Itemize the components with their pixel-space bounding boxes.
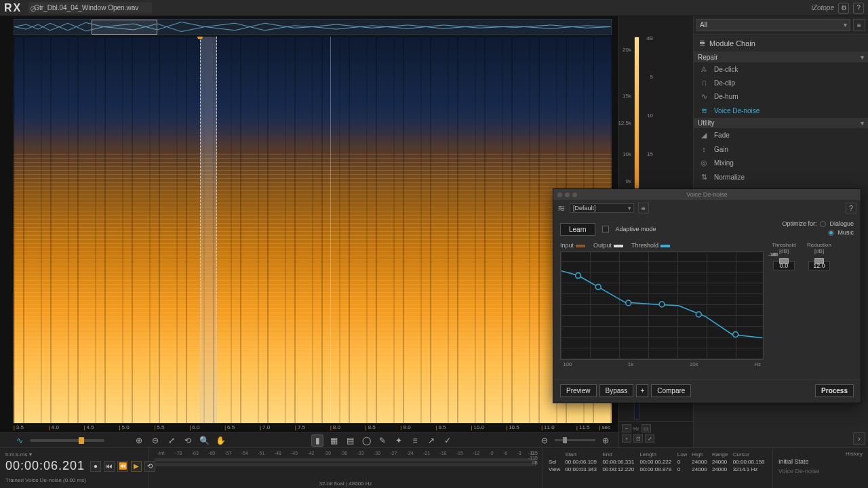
preview-button[interactable]: Preview xyxy=(560,384,597,397)
app-logo: RX xyxy=(4,2,22,14)
tf-select-tool-icon[interactable]: ▦ xyxy=(328,434,340,447)
module-item-de-hum[interactable]: ∿De-hum xyxy=(694,89,868,104)
zoom-out-icon[interactable]: ⊖ xyxy=(149,434,161,447)
peak-value-2: -115 xyxy=(528,455,538,460)
time-ruler: 3.54.04.55.05.56.06.57.07.58.08.59.09.51… xyxy=(14,423,612,432)
window-title: Voice De-noise xyxy=(686,191,728,198)
time-format-dropdown[interactable]: h:m:s.ms ▾ xyxy=(5,451,143,458)
history-item[interactable]: Initial State xyxy=(778,457,863,466)
overview-waveform[interactable] xyxy=(14,19,612,35)
status-message: Trained Voice De-noise (0.00 ms) xyxy=(5,477,143,483)
view-blend-slider[interactable] xyxy=(30,439,104,442)
threshold-graph[interactable]: -dB-30-40-50-60-70-80-90-100-110-120 xyxy=(560,251,764,360)
hzoom-slider[interactable] xyxy=(555,439,595,441)
time-select-tool-icon[interactable]: ▮ xyxy=(311,434,323,447)
bypass-button[interactable]: Bypass xyxy=(599,384,634,397)
module-item-de-clip[interactable]: ⎍De-clip xyxy=(694,76,868,89)
music-label: Music xyxy=(837,229,854,236)
reduction-slider-label: Reduction [dB] xyxy=(807,242,831,256)
window-min-icon[interactable] xyxy=(565,192,570,197)
voice-denoise-window: Voice De-noise ≋ [Default] ≡ ? Learn Ada… xyxy=(553,188,861,403)
module-item-normalize[interactable]: ⇅Normalize xyxy=(694,170,868,184)
chain-icon: ≣ xyxy=(699,39,705,47)
dialogue-radio[interactable] xyxy=(820,221,826,227)
module-icon: ≋ xyxy=(557,203,566,214)
utility-section-header[interactable]: Utility xyxy=(694,118,868,128)
hand-tool-icon[interactable]: ✋ xyxy=(214,434,226,447)
svg-point-0 xyxy=(576,273,581,279)
preset-menu-icon[interactable]: ≡ xyxy=(638,203,649,214)
learn-button[interactable]: Learn xyxy=(560,223,595,236)
panel-collapse-icon[interactable]: › xyxy=(853,432,865,445)
music-radio[interactable] xyxy=(828,230,834,236)
audio-format-label: 32-bit float | 48000 Hz xyxy=(319,481,372,487)
module-item-icon: ⇅ xyxy=(699,173,709,182)
module-item-fade[interactable]: ◢Fade xyxy=(694,128,868,142)
settings-icon[interactable]: ⚙ xyxy=(838,3,849,14)
playhead xyxy=(330,37,331,423)
zoom-sel-icon[interactable]: ⤢ xyxy=(165,434,178,447)
rewind-button[interactable]: ⏮ xyxy=(104,461,115,472)
play-button[interactable]: ▶ xyxy=(131,461,142,472)
freq-select-tool-icon[interactable]: ▤ xyxy=(344,434,356,447)
process-button[interactable]: Process xyxy=(815,384,854,397)
history-title: History xyxy=(778,451,863,457)
wand-tool-icon[interactable]: ✦ xyxy=(393,434,405,447)
brush-tool-icon[interactable]: ✎ xyxy=(376,434,389,447)
close-icon[interactable]: ⊘ xyxy=(27,4,39,14)
bypass-plus-button[interactable]: + xyxy=(636,384,648,397)
db-config-icon[interactable]: ▭ xyxy=(642,424,651,432)
module-item-icon: ◎ xyxy=(699,159,709,167)
module-item-mixing[interactable]: ◎Mixing xyxy=(694,156,868,170)
lasso-tool-icon[interactable]: ◯ xyxy=(360,434,372,447)
hzoom-in-icon[interactable]: ⊕ xyxy=(599,434,612,447)
module-item-voice-de-noise[interactable]: ≋Voice De-noise xyxy=(694,104,868,118)
compare-button[interactable]: Compare xyxy=(651,384,691,397)
module-item-gain[interactable]: ↕Gain xyxy=(694,142,868,156)
dialogue-label: Dialogue xyxy=(829,220,854,227)
help-icon[interactable]: ? xyxy=(853,3,864,14)
list-view-icon[interactable]: ≡ xyxy=(853,19,865,31)
vzoom-in-icon[interactable]: + xyxy=(622,434,631,443)
module-item-icon: ≋ xyxy=(699,106,709,115)
zoom-reset-icon[interactable]: ⟲ xyxy=(182,434,194,447)
peak-unit: dB xyxy=(528,460,538,465)
svg-point-5 xyxy=(733,332,738,338)
zoom-in-icon[interactable]: ⊕ xyxy=(133,434,145,447)
vzoom-fit-icon[interactable]: ⤢ xyxy=(645,434,654,443)
overview-selection[interactable] xyxy=(92,20,157,35)
repair-section-header[interactable]: Repair xyxy=(694,52,868,62)
skip-back-button[interactable]: ⏪ xyxy=(117,461,128,472)
waveform-view-icon[interactable]: ∿ xyxy=(14,434,26,447)
hzoom-out-icon[interactable]: ⊖ xyxy=(538,434,551,447)
vzoom-out-icon[interactable]: − xyxy=(622,424,631,432)
module-help-icon[interactable]: ? xyxy=(846,203,856,214)
adaptive-checkbox[interactable] xyxy=(602,226,609,232)
spectrogram-display[interactable] xyxy=(14,37,612,423)
module-chain-button[interactable]: ≣ Module Chain xyxy=(694,35,868,52)
grab-tool-icon[interactable]: ↗ xyxy=(425,434,437,447)
adaptive-label: Adaptive mode xyxy=(616,226,656,232)
history-item[interactable]: Voice De-noise xyxy=(778,466,863,476)
time-selection[interactable] xyxy=(200,37,217,423)
record-button[interactable]: ● xyxy=(90,461,101,472)
brand-label: iZotope xyxy=(812,4,834,12)
magnify-icon[interactable]: 🔍 xyxy=(198,434,210,447)
module-item-icon: ↕ xyxy=(699,145,709,153)
file-tab[interactable]: ⊘ Gtr_Dbl.04_04_Window Open.wav xyxy=(28,2,152,14)
optimize-label: Optimize for: xyxy=(782,220,816,227)
window-close-icon[interactable] xyxy=(557,192,562,197)
preset-dropdown[interactable]: [Default] xyxy=(570,203,634,213)
check-tool-icon[interactable]: ✓ xyxy=(441,434,454,447)
module-item-de-click[interactable]: ⩓De-click xyxy=(694,62,868,76)
level-meter-right xyxy=(155,463,536,466)
module-item-icon: ⎍ xyxy=(699,79,709,87)
region-tool-icon[interactable]: ≡ xyxy=(409,434,421,447)
module-filter-dropdown[interactable]: All xyxy=(696,19,850,31)
peak-value-1: -115 xyxy=(528,451,538,455)
selection-info-table: StartEndLengthLowHighRangeCursor Sel00:0… xyxy=(547,451,768,473)
vzoom-reset-icon[interactable]: ⊡ xyxy=(633,434,643,443)
window-max-icon[interactable] xyxy=(572,192,577,197)
level-meter-left xyxy=(155,458,536,462)
module-item-icon: ∿ xyxy=(699,92,709,101)
